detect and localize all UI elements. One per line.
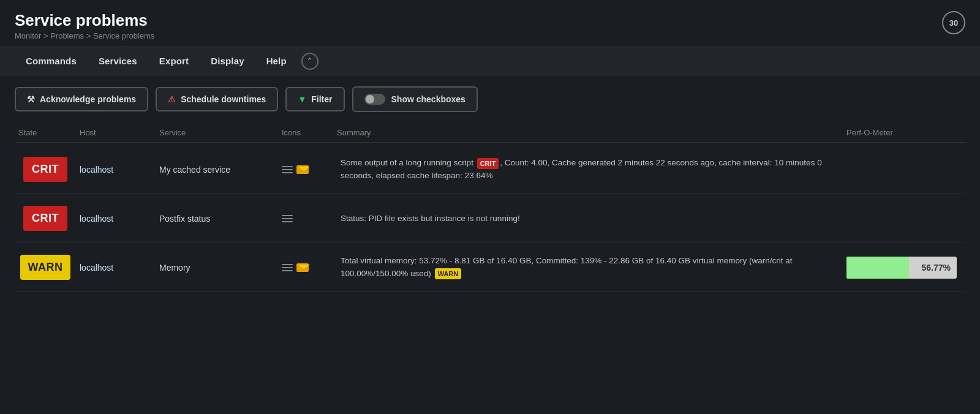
perf-cell-2 (843, 213, 965, 225)
perf-cell-3: 56.77% (843, 250, 965, 285)
state-badge-crit-1: CRIT (23, 157, 67, 182)
nav-help[interactable]: Help (255, 47, 298, 75)
state-cell-3: WARN (15, 249, 76, 286)
summary-cell-3: Total virtual memory: 53.72% - 8.81 GB o… (333, 249, 843, 286)
state-cell-2: CRIT (15, 200, 76, 237)
lines-icon-2[interactable] (282, 215, 293, 222)
nav-display[interactable]: Display (200, 47, 255, 75)
state-cell-1: CRIT (15, 151, 76, 188)
crit-badge-inline: CRIT (477, 158, 499, 170)
summary-cell-2: Status: PID file exists but instance is … (333, 206, 843, 231)
summary-cell-1: Some output of a long running script CRI… (333, 151, 843, 188)
filter-button[interactable]: ▼ Filter (285, 87, 344, 111)
service-table: State Host Service Icons Summary Perf-O-… (0, 123, 980, 307)
lines-icon-1[interactable] (282, 166, 293, 173)
nav-collapse-button[interactable]: ⌃ (301, 53, 318, 70)
col-state: State (15, 128, 76, 137)
col-summary: Summary (333, 128, 843, 137)
page-header: Service problems Monitor > Problems > Se… (0, 0, 980, 47)
lines-icon-3[interactable] (282, 264, 293, 271)
acknowledge-button[interactable]: ⚒ Acknowledge problems (15, 87, 148, 111)
host-cell-1[interactable]: localhost (76, 159, 156, 181)
schedule-downtimes-button[interactable]: ⚠ Schedule downtimes (156, 87, 278, 111)
col-perf: Perf-O-Meter (843, 128, 965, 137)
state-badge-warn-3: WARN (20, 255, 70, 280)
perf-bar-fill (846, 257, 909, 279)
action-bar: ⚒ Acknowledge problems ⚠ Schedule downti… (0, 75, 980, 123)
perf-cell-1 (843, 164, 965, 176)
show-checkboxes-label: Show checkboxes (391, 94, 466, 104)
perf-bar: 56.77% (846, 257, 957, 279)
envelope-icon-3[interactable] (296, 263, 309, 272)
host-cell-3[interactable]: localhost (76, 257, 156, 279)
show-checkboxes-button[interactable]: Show checkboxes (352, 86, 478, 112)
table-row: WARN localhost Memory Total virtual memo… (15, 243, 965, 292)
nav-export[interactable]: Export (148, 47, 200, 75)
warn-badge-inline: WARN (435, 268, 462, 280)
col-icons: Icons (278, 128, 333, 137)
refresh-badge[interactable]: 30 (942, 11, 965, 34)
wrench-icon: ⚒ (27, 94, 35, 104)
icons-cell-2 (278, 209, 333, 228)
acknowledge-label: Acknowledge problems (40, 94, 136, 104)
nav-services[interactable]: Services (88, 47, 148, 75)
col-host: Host (76, 128, 156, 137)
service-cell-3[interactable]: Memory (156, 257, 278, 279)
service-cell-1[interactable]: My cached service (156, 159, 278, 181)
cone-icon: ⚠ (168, 94, 176, 104)
toolbar-nav: Commands Services Export Display Help ⌃ (0, 47, 980, 75)
table-row: CRIT localhost My cached service Some ou… (15, 145, 965, 194)
table-row: CRIT localhost Postfix status Status: PI… (15, 194, 965, 243)
schedule-label: Schedule downtimes (181, 94, 266, 104)
icons-cell-3 (278, 257, 333, 278)
host-cell-2[interactable]: localhost (76, 208, 156, 230)
filter-label: Filter (311, 94, 332, 104)
breadcrumb: Monitor > Problems > Service problems (15, 31, 965, 40)
state-badge-crit-2: CRIT (23, 206, 67, 231)
page-title: Service problems (15, 11, 965, 30)
envelope-icon-1[interactable] (296, 165, 309, 174)
col-service: Service (156, 128, 278, 137)
table-header: State Host Service Icons Summary Perf-O-… (15, 123, 965, 143)
icons-cell-1 (278, 159, 333, 180)
service-cell-2[interactable]: Postfix status (156, 208, 278, 230)
filter-icon: ▼ (298, 94, 306, 104)
nav-commands[interactable]: Commands (15, 47, 88, 75)
perf-bar-label: 56.77% (922, 263, 951, 273)
toggle-switch-icon (364, 94, 385, 105)
